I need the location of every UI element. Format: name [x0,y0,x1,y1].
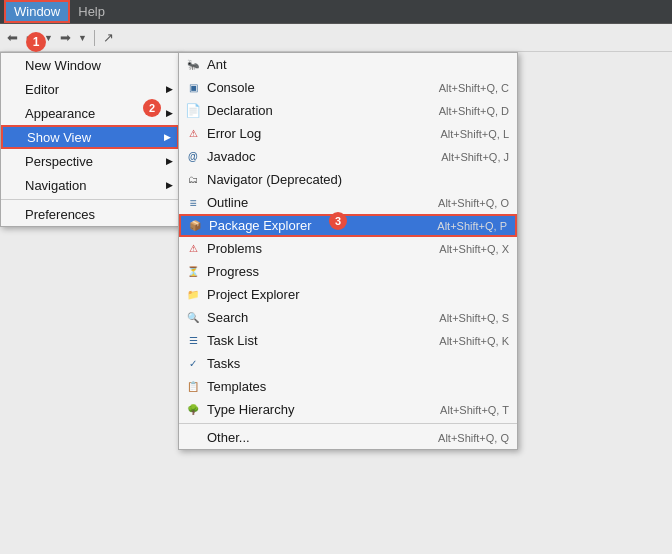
submenu-item-tasks[interactable]: ✓ Tasks [179,352,517,375]
menu-item-preferences[interactable]: Preferences [1,202,179,226]
menu-separator-1 [1,199,179,200]
progress-icon: ⏳ [185,264,201,280]
submenu-item-console[interactable]: ▣ Console Alt+Shift+Q, C [179,76,517,99]
showview-submenu: 🐜 Ant ▣ Console Alt+Shift+Q, C 📄 Declara… [178,52,518,450]
javadoc-shortcut: Alt+Shift+Q, J [441,151,509,163]
icon-toolbar: ⬅ ➡ ▼ ➡ ▼ ↗ [0,24,672,52]
navigator-icon: 🗂 [185,172,201,188]
submenu-item-javadoc[interactable]: @ Javadoc Alt+Shift+Q, J [179,145,517,168]
error-log-label: Error Log [207,126,435,141]
problems-icon: ⚠ [185,241,201,257]
menubar: Window Help [0,0,672,24]
package-explorer-icon: 📦 [187,218,203,234]
declaration-icon: 📄 [185,103,201,119]
menu-item-appearance[interactable]: Appearance 2 [1,101,179,125]
javadoc-label: Javadoc [207,149,435,164]
console-icon: ▣ [185,80,201,96]
export-icon[interactable]: ↗ [100,28,117,47]
menu-item-editor[interactable]: Editor [1,77,179,101]
badge-1: 1 [26,32,46,52]
package-explorer-shortcut: Alt+Shift+Q, P [437,220,507,232]
tasks-label: Tasks [207,356,503,371]
menu-item-show-view[interactable]: Show View [1,125,179,149]
other-icon [185,430,201,446]
separator [94,30,95,46]
navigator-label: Navigator (Deprecated) [207,172,503,187]
back-icon[interactable]: ⬅ [4,28,21,47]
error-log-icon: ⚠ [185,126,201,142]
outline-shortcut: Alt+Shift+Q, O [438,197,509,209]
package-explorer-label: Package Explorer [209,218,431,233]
outline-icon: ≡ [185,195,201,211]
problems-shortcut: Alt+Shift+Q, X [439,243,509,255]
submenu-item-problems[interactable]: ⚠ Problems Alt+Shift+Q, X [179,237,517,260]
submenu-item-type-hierarchy[interactable]: 🌳 Type Hierarchy Alt+Shift+Q, T [179,398,517,421]
other-label: Other... [207,430,432,445]
submenu-item-search[interactable]: 🔍 Search Alt+Shift+Q, S [179,306,517,329]
submenu-item-outline[interactable]: ≡ Outline Alt+Shift+Q, O [179,191,517,214]
appearance-label: Appearance [25,106,95,121]
menubar-item-help[interactable]: Help [70,2,113,21]
type-hierarchy-icon: 🌳 [185,402,201,418]
other-shortcut: Alt+Shift+Q, Q [438,432,509,444]
dropdown2-icon[interactable]: ▼ [76,31,89,45]
error-log-shortcut: Alt+Shift+Q, L [441,128,509,140]
forward2-icon[interactable]: ➡ [57,28,74,47]
submenu-item-other[interactable]: Other... Alt+Shift+Q, Q [179,426,517,449]
submenu-item-ant[interactable]: 🐜 Ant [179,53,517,76]
outline-label: Outline [207,195,432,210]
task-list-shortcut: Alt+Shift+Q, K [439,335,509,347]
badge-2: 2 [143,99,161,117]
ant-icon: 🐜 [185,57,201,73]
menu-item-perspective[interactable]: Perspective [1,149,179,173]
menu-item-new-window[interactable]: New Window [1,53,179,77]
submenu-item-project-explorer[interactable]: 📁 Project Explorer [179,283,517,306]
type-hierarchy-label: Type Hierarchy [207,402,434,417]
templates-label: Templates [207,379,503,394]
templates-icon: 📋 [185,379,201,395]
task-list-label: Task List [207,333,433,348]
submenu-separator [179,423,517,424]
console-label: Console [207,80,433,95]
project-explorer-icon: 📁 [185,287,201,303]
submenu-item-task-list[interactable]: ☰ Task List Alt+Shift+Q, K [179,329,517,352]
submenu-item-declaration[interactable]: 📄 Declaration Alt+Shift+Q, D [179,99,517,122]
progress-label: Progress [207,264,503,279]
search-shortcut: Alt+Shift+Q, S [439,312,509,324]
declaration-label: Declaration [207,103,433,118]
submenu-item-progress[interactable]: ⏳ Progress [179,260,517,283]
tasks-icon: ✓ [185,356,201,372]
javadoc-icon: @ [185,149,201,165]
badge-3: 3 [329,212,347,230]
search-label: Search [207,310,433,325]
declaration-shortcut: Alt+Shift+Q, D [439,105,509,117]
project-explorer-label: Project Explorer [207,287,503,302]
problems-label: Problems [207,241,433,256]
submenu-item-templates[interactable]: 📋 Templates [179,375,517,398]
submenu-item-navigator[interactable]: 🗂 Navigator (Deprecated) [179,168,517,191]
console-shortcut: Alt+Shift+Q, C [439,82,509,94]
type-hierarchy-shortcut: Alt+Shift+Q, T [440,404,509,416]
search-icon: 🔍 [185,310,201,326]
window-menu: New Window Editor Appearance 2 Show View… [0,52,180,227]
task-list-icon: ☰ [185,333,201,349]
submenu-item-package-explorer[interactable]: 📦 Package Explorer Alt+Shift+Q, P 3 [179,214,517,237]
menu-item-navigation[interactable]: Navigation [1,173,179,197]
menubar-item-window[interactable]: Window [4,0,70,23]
ant-label: Ant [207,57,503,72]
submenu-item-error-log[interactable]: ⚠ Error Log Alt+Shift+Q, L [179,122,517,145]
